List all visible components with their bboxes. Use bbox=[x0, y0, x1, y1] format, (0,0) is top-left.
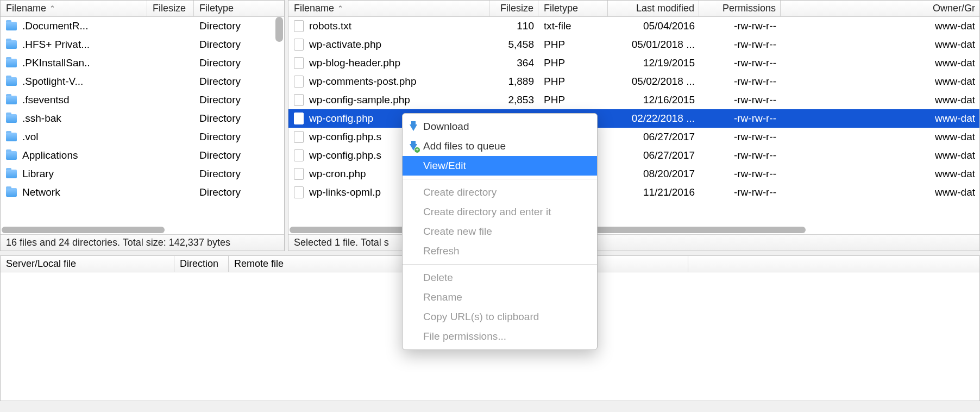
file-type: Directory bbox=[194, 146, 275, 165]
menu-create-new-file[interactable]: Create new file bbox=[403, 222, 597, 241]
file-name: .HFS+ Privat... bbox=[22, 39, 90, 51]
queue-header-local[interactable]: Server/Local file bbox=[1, 256, 174, 272]
file-owner: www-dat bbox=[781, 17, 979, 35]
local-status-bar: 16 files and 24 directories. Total size:… bbox=[1, 234, 284, 251]
remote-file-row[interactable]: wp-config-sample.php2,853PHP12/16/2015-r… bbox=[288, 91, 979, 109]
local-vertical-scrollbar[interactable] bbox=[275, 17, 283, 240]
file-permissions: -rw-rw-r-- bbox=[699, 91, 781, 109]
folder-icon bbox=[6, 170, 17, 178]
file-type: Directory bbox=[194, 91, 275, 109]
remote-header-permissions[interactable]: Permissions bbox=[699, 1, 781, 16]
local-header-filename[interactable]: Filename ⌃ bbox=[1, 1, 147, 16]
menu-rename[interactable]: Rename bbox=[403, 288, 597, 307]
file-type: Directory bbox=[194, 72, 275, 91]
local-file-row[interactable]: NetworkDirectory bbox=[1, 183, 284, 202]
menu-delete[interactable]: Delete bbox=[403, 268, 597, 288]
local-header-row: Filename ⌃ Filesize Filetype bbox=[1, 1, 284, 17]
file-size bbox=[147, 128, 194, 146]
local-file-list[interactable]: .DocumentR...Directory.HFS+ Privat...Dir… bbox=[1, 17, 284, 226]
menu-file-permissions[interactable]: File permissions... bbox=[403, 327, 597, 346]
remote-file-row[interactable]: wp-config.php02/22/2018 ...-rw-rw-r--www… bbox=[288, 109, 979, 128]
file-name: wp-config.php.s bbox=[309, 131, 381, 143]
remote-header-filesize[interactable]: Filesize bbox=[489, 1, 538, 16]
file-icon bbox=[294, 131, 304, 143]
local-file-row[interactable]: .volDirectory bbox=[1, 128, 284, 146]
file-size bbox=[147, 91, 194, 109]
remote-file-row[interactable]: wp-links-opml.p11/21/2016-rw-rw-r--www-d… bbox=[288, 183, 979, 202]
menu-add-to-queue[interactable]: + Add files to queue bbox=[403, 136, 597, 156]
download-icon bbox=[408, 121, 419, 132]
menu-copy-url[interactable]: Copy URL(s) to clipboard bbox=[403, 307, 597, 327]
file-type: txt-file bbox=[538, 17, 608, 35]
remote-header-lastmodified[interactable]: Last modified bbox=[608, 1, 699, 16]
file-name: robots.txt bbox=[309, 20, 351, 32]
local-header-filesize[interactable]: Filesize bbox=[147, 1, 194, 16]
local-file-row[interactable]: ApplicationsDirectory bbox=[1, 146, 284, 165]
remote-file-row[interactable]: robots.txt110txt-file05/04/2016-rw-rw-r-… bbox=[288, 17, 979, 35]
file-permissions: -rw-rw-r-- bbox=[699, 72, 781, 91]
local-horizontal-scrollbar[interactable] bbox=[1, 226, 284, 234]
file-permissions: -rw-rw-r-- bbox=[699, 165, 781, 183]
menu-label: View/Edit bbox=[423, 160, 466, 172]
local-file-row[interactable]: .DocumentR...Directory bbox=[1, 17, 284, 35]
file-type: Directory bbox=[194, 54, 275, 72]
file-size bbox=[147, 109, 194, 128]
file-size: 2,853 bbox=[489, 91, 538, 109]
menu-download[interactable]: Download bbox=[403, 117, 597, 136]
menu-create-directory[interactable]: Create directory bbox=[403, 183, 597, 202]
file-icon bbox=[294, 39, 304, 51]
menu-view-edit[interactable]: View/Edit bbox=[403, 156, 597, 176]
file-modified: 06/27/2017 bbox=[608, 146, 699, 165]
file-type: Directory bbox=[194, 109, 275, 128]
local-file-row[interactable]: .fseventsdDirectory bbox=[1, 91, 284, 109]
local-file-row[interactable]: .HFS+ Privat...Directory bbox=[1, 35, 284, 54]
folder-icon bbox=[6, 96, 17, 104]
file-type: PHP bbox=[538, 91, 608, 109]
remote-file-row[interactable]: wp-activate.php5,458PHP05/01/2018 ...-rw… bbox=[288, 35, 979, 54]
file-owner: www-dat bbox=[781, 183, 979, 202]
file-size bbox=[147, 35, 194, 54]
file-permissions: -rw-rw-r-- bbox=[699, 128, 781, 146]
queue-header-direction[interactable]: Direction bbox=[174, 256, 229, 272]
remote-file-row[interactable]: wp-blog-header.php364PHP12/19/2015-rw-rw… bbox=[288, 54, 979, 72]
file-name: wp-comments-post.php bbox=[309, 76, 416, 88]
file-modified: 05/01/2018 ... bbox=[608, 35, 699, 54]
file-type: Directory bbox=[194, 183, 275, 202]
file-modified: 12/16/2015 bbox=[608, 91, 699, 109]
file-size: 364 bbox=[489, 54, 538, 72]
menu-separator bbox=[403, 179, 597, 179]
folder-icon bbox=[6, 77, 17, 86]
file-type: PHP bbox=[538, 54, 608, 72]
scrollbar-thumb[interactable] bbox=[2, 227, 165, 233]
file-permissions: -rw-rw-r-- bbox=[699, 146, 781, 165]
remote-file-row[interactable]: wp-config.php.s06/27/2017-rw-rw-r--www-d… bbox=[288, 128, 979, 146]
remote-horizontal-scrollbar[interactable] bbox=[288, 226, 979, 234]
remote-header-owner[interactable]: Owner/Gr bbox=[781, 1, 979, 16]
file-icon bbox=[294, 94, 304, 106]
local-file-row[interactable]: .Spotlight-V...Directory bbox=[1, 72, 284, 91]
download-add-icon: + bbox=[408, 141, 419, 152]
menu-refresh[interactable]: Refresh bbox=[403, 241, 597, 261]
remote-file-row[interactable]: wp-config.php.s06/27/2017-rw-rw-r--www-d… bbox=[288, 146, 979, 165]
file-owner: www-dat bbox=[781, 54, 979, 72]
file-icon bbox=[294, 20, 304, 32]
file-owner: www-dat bbox=[781, 72, 979, 91]
file-owner: www-dat bbox=[781, 109, 979, 128]
remote-file-row[interactable]: wp-cron.php08/20/2017-rw-rw-r--www-dat bbox=[288, 165, 979, 183]
file-owner: www-dat bbox=[781, 165, 979, 183]
remote-file-row[interactable]: wp-comments-post.php1,889PHP05/02/2018 .… bbox=[288, 72, 979, 91]
local-file-row[interactable]: .PKInstallSan..Directory bbox=[1, 54, 284, 72]
remote-header-filename[interactable]: Filename ⌃ bbox=[288, 1, 489, 16]
scrollbar-thumb[interactable] bbox=[275, 17, 283, 42]
local-file-row[interactable]: LibraryDirectory bbox=[1, 165, 284, 183]
file-type: Directory bbox=[194, 165, 275, 183]
file-size: 5,458 bbox=[489, 35, 538, 54]
remote-header-filetype[interactable]: Filetype bbox=[538, 1, 608, 16]
local-header-filetype[interactable]: Filetype bbox=[194, 1, 284, 16]
remote-file-list[interactable]: robots.txt110txt-file05/04/2016-rw-rw-r-… bbox=[288, 17, 979, 226]
sort-asc-icon: ⌃ bbox=[49, 4, 55, 13]
local-file-row[interactable]: .ssh-bakDirectory bbox=[1, 109, 284, 128]
file-name: .PKInstallSan.. bbox=[22, 57, 90, 69]
menu-create-directory-enter[interactable]: Create directory and enter it bbox=[403, 202, 597, 222]
file-size bbox=[147, 54, 194, 72]
